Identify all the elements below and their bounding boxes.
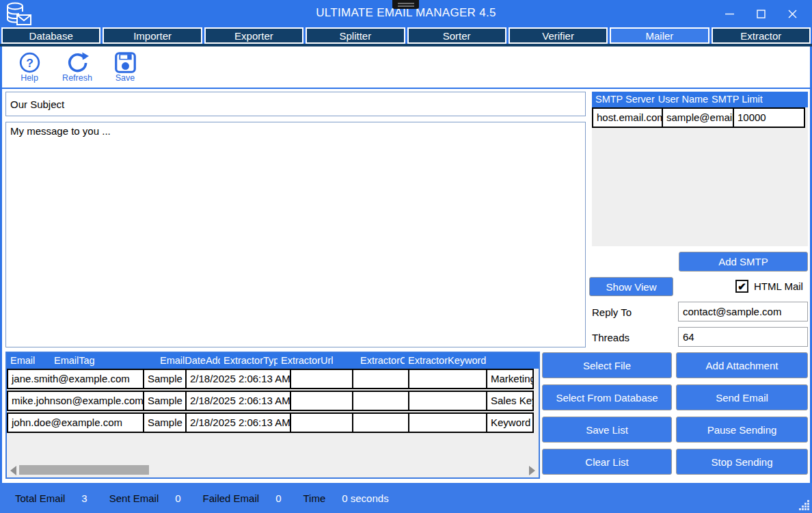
smtp-cell-limit: 10000	[733, 107, 805, 128]
message-input[interactable]: My message to you ...	[5, 122, 586, 347]
add-smtp-button[interactable]: Add SMTP	[679, 252, 808, 272]
status-label: Sent Email	[109, 492, 159, 504]
reply-to-label: Reply To	[592, 306, 632, 318]
action-button-label: Select File	[583, 360, 631, 371]
save-button[interactable]: Save	[106, 51, 144, 88]
cell-email: jane.smith@example.com	[7, 369, 144, 389]
tab-label: Mailer	[646, 30, 674, 42]
action-button-label: Select From Database	[556, 392, 658, 404]
cell-extractorcountry	[408, 412, 487, 433]
cell-extractortype	[290, 369, 353, 389]
smtp-row[interactable]: host.email.com sample@email.com 10000	[592, 107, 808, 128]
table-row[interactable]: mike.johnson@example.com Sample 2/18/202…	[7, 391, 540, 411]
cell-dateadded: 2/18/2025 2:06:13 AM	[185, 412, 291, 433]
svg-text:?: ?	[26, 56, 33, 70]
status-item: Sent Email 0	[109, 492, 181, 504]
refresh-button[interactable]: Refresh	[58, 51, 96, 88]
recipients-header-cell[interactable]: ExtractorKeyword	[405, 353, 486, 369]
cell-dateadded: 2/18/2025 2:06:13 AM	[185, 391, 291, 411]
status-value: 0 seconds	[342, 492, 388, 504]
refresh-label: Refresh	[58, 73, 96, 83]
recipients-header-cell[interactable]: ExtractorCountry	[357, 353, 405, 369]
title-bar: ULTIMATE EMAIL MANAGER 4.5	[0, 0, 812, 27]
tab-sorter[interactable]: Sorter	[407, 27, 506, 44]
minimize-button[interactable]	[714, 0, 745, 27]
action-button-clear-list[interactable]: Clear List	[542, 449, 672, 475]
close-button[interactable]	[776, 0, 808, 27]
tab-label: Splitter	[339, 30, 371, 42]
cell-extractorkeyword: Keyword	[486, 412, 534, 433]
scroll-right-arrow-icon[interactable]	[529, 466, 535, 475]
smtp-header-cell: User Name	[655, 92, 708, 107]
help-icon: ?	[18, 51, 41, 74]
cell-extractortype	[290, 391, 353, 411]
action-button-label: Send Email	[716, 392, 768, 404]
recipients-header-cell[interactable]: ExtractorType	[220, 353, 278, 369]
threads-input[interactable]	[678, 327, 808, 347]
app-window: ULTIMATE EMAIL MANAGER 4.5 Database Impo…	[0, 0, 812, 513]
reply-to-input[interactable]	[678, 302, 808, 321]
scroll-left-arrow-icon[interactable]	[10, 466, 16, 475]
maximize-button[interactable]	[745, 0, 776, 27]
tab-verifier[interactable]: Verifier	[509, 27, 608, 44]
action-button-select-from-database[interactable]: Select From Database	[542, 384, 672, 410]
cell-extractorurl	[352, 412, 409, 433]
cell-extractorcountry	[408, 391, 487, 411]
status-bar: Total Email 3 Sent Email 0 Failed Email …	[0, 483, 812, 513]
table-row[interactable]: john.doe@example.com Sample 2/18/2025 2:…	[7, 412, 540, 433]
tab-extractor[interactable]: Extractor	[712, 27, 811, 44]
action-button-add-attachment[interactable]: Add Attachment	[676, 352, 808, 378]
smtp-cell-username: sample@email.com	[662, 107, 734, 128]
recipients-table: EmailEmailTagEmailDateAddedExtractorType…	[5, 352, 540, 479]
status-value: 3	[81, 492, 87, 504]
status-value: 0	[275, 492, 281, 504]
tab-label: Sorter	[443, 30, 471, 42]
action-button-send-email[interactable]: Send Email	[676, 384, 808, 410]
recipients-header-cell[interactable]: Email	[7, 353, 51, 369]
show-view-button[interactable]: Show View	[589, 277, 673, 296]
help-button[interactable]: ? Help	[10, 51, 49, 88]
action-button-pause-sending[interactable]: Pause Sending	[676, 417, 808, 443]
tab-importer[interactable]: Importer	[103, 27, 202, 44]
cell-email: mike.johnson@example.com	[7, 391, 144, 411]
cell-emailtag: Sample	[143, 369, 187, 389]
action-buttons: Select File Add Attachment Select From D…	[542, 352, 808, 475]
status-item: Failed Email 0	[203, 492, 282, 504]
save-label: Save	[106, 73, 144, 83]
smtp-cell-server: host.email.com	[592, 107, 663, 128]
status-item: Total Email 3	[15, 492, 87, 504]
status-label: Total Email	[15, 492, 65, 504]
tab-database[interactable]: Database	[1, 27, 100, 44]
tab-splitter[interactable]: Splitter	[306, 27, 405, 44]
action-button-label: Save List	[586, 424, 628, 436]
toolbar: ? Help Refresh Save	[2, 47, 810, 89]
cell-extractortype	[290, 412, 353, 433]
action-button-label: Stop Sending	[711, 456, 772, 468]
tab-label: Importer	[133, 30, 172, 42]
status-value: 0	[175, 492, 180, 504]
cell-dateadded: 2/18/2025 2:06:13 AM	[185, 369, 291, 389]
html-mail-option: ✔ HTML Mail	[735, 280, 803, 293]
action-button-save-list[interactable]: Save List	[542, 417, 672, 443]
smtp-rows: host.email.com sample@email.com 10000	[592, 107, 808, 128]
recipients-header-cell[interactable]: EmailTag	[51, 353, 157, 369]
refresh-icon	[66, 51, 89, 74]
resize-grip[interactable]	[798, 499, 810, 511]
html-mail-checkbox[interactable]: ✔	[735, 280, 748, 293]
action-button-label: Pause Sending	[707, 424, 777, 436]
action-button-stop-sending[interactable]: Stop Sending	[676, 449, 808, 475]
tab-exporter[interactable]: Exporter	[204, 27, 303, 44]
tab-label: Extractor	[740, 30, 781, 42]
top-grip	[392, 0, 419, 9]
table-row[interactable]: jane.smith@example.com Sample 2/18/2025 …	[7, 369, 540, 389]
html-mail-label: HTML Mail	[754, 280, 803, 292]
subject-input[interactable]	[5, 92, 586, 116]
window-controls	[714, 0, 808, 27]
action-button-select-file[interactable]: Select File	[542, 352, 672, 378]
tab-mailer[interactable]: Mailer	[610, 27, 709, 44]
recipients-header-row: EmailEmailTagEmailDateAddedExtractorType…	[7, 353, 540, 369]
cell-emailtag: Sample	[143, 412, 187, 433]
recipients-header-cell[interactable]: ExtractorUrl	[278, 353, 357, 369]
recipients-header-cell[interactable]: EmailDateAdded	[157, 353, 220, 369]
scrollbar-thumb[interactable]	[19, 465, 149, 475]
